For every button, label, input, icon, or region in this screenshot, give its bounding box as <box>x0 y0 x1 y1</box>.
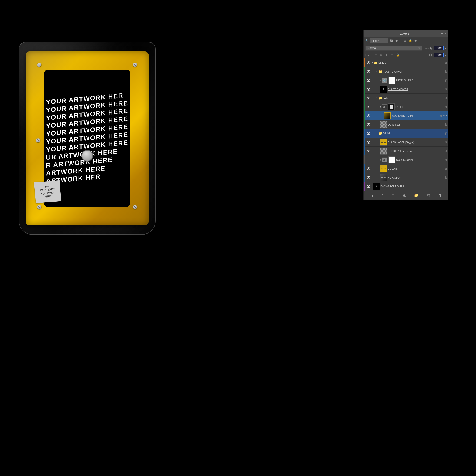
eye-no-color[interactable] <box>366 175 371 180</box>
thumb-outlines: ⊡ <box>380 121 387 128</box>
layer-row-color[interactable]: CLR COLOR ⛓ <box>363 164 448 173</box>
eye-color-adj[interactable] <box>366 157 371 162</box>
eye-label-group[interactable] <box>366 96 371 101</box>
eye-outlines[interactable] <box>366 122 371 127</box>
fill-input[interactable]: 100% <box>434 53 444 57</box>
adjustment-icon[interactable]: ◉ <box>402 192 407 198</box>
layer-name-label-layer: LABEL <box>395 105 444 108</box>
expand-drive[interactable]: ▾ <box>372 61 373 64</box>
link-black-label: ⛓ <box>444 141 447 144</box>
filter-row: 🔍 Kind ▾ 🖼 ◐ T ⊞ 🔒 ◉ <box>363 37 448 44</box>
add-mask-icon[interactable]: ◻ <box>391 192 396 198</box>
pixel-filter-icon[interactable]: 🖼 <box>390 39 394 43</box>
smart-filter-icon[interactable]: 🔒 <box>408 39 413 43</box>
layer-name-levels: LEVELS...Edit] <box>396 79 444 82</box>
thumb-black-label: HDD <box>380 139 387 146</box>
layer-row-label-group[interactable]: ▾ 📁 LABEL ⛓ <box>363 94 448 102</box>
eye-background[interactable] <box>366 184 371 189</box>
eye-sticker[interactable] <box>366 149 371 154</box>
blend-mode-dropdown[interactable]: Normal ▾ <box>365 46 422 51</box>
eye-icon-label-group <box>367 97 371 100</box>
lock-artboard-btn[interactable]: ⊞ <box>390 53 394 57</box>
layer-row-sticker[interactable]: S STICKER [Edit/Toggle] ⛓ <box>363 147 448 155</box>
link-layers-icon[interactable]: ⛓ <box>369 193 375 198</box>
eye-your-art[interactable] <box>366 113 371 118</box>
toggle-filter-icon[interactable]: ◉ <box>414 39 417 43</box>
layers-list: ▾ 📁 DRIVE ⛓ ▾ 📁 PLASTIC COVER ⛓ ♪ <box>363 58 448 191</box>
close-button[interactable]: ✕ <box>366 32 368 35</box>
filter-icons: 🖼 ◐ T ⊞ 🔒 ◉ <box>390 39 417 43</box>
thumb-background: 🖥 <box>373 183 380 190</box>
color-adj-accent <box>364 155 365 164</box>
thumb-plastic-cover: 🖥 <box>380 86 387 93</box>
eye-levels[interactable] <box>366 78 371 83</box>
fx-icon[interactable]: fx <box>380 193 385 198</box>
eye-drive-group[interactable] <box>366 60 371 65</box>
expand-plastic-cover[interactable]: ▾ <box>376 70 377 73</box>
outlines-accent <box>364 120 365 129</box>
music-icon-color-adj: ♪ <box>380 158 381 161</box>
mask-color-adj: ⛓ <box>382 157 387 162</box>
thumb-levels <box>388 77 395 84</box>
eye-drive2[interactable] <box>366 131 371 136</box>
layer-row-label-layer[interactable]: ▾ ⛓ ⬜ LABEL ⛓ <box>363 102 448 111</box>
layer-row-no-color[interactable]: HDD NO COLOR ⛓ <box>363 173 448 182</box>
layer-row-color-adj[interactable]: ♪ ⛓ COLOR...ggle] ⛓ <box>363 155 448 164</box>
expand-label-layer[interactable]: ▾ <box>380 105 381 108</box>
layer-row-background[interactable]: 🖥 BACKGROUND [Edit] <box>363 182 448 191</box>
shape-filter-icon[interactable]: ⊞ <box>403 39 407 43</box>
eye-icon-label-layer <box>367 105 371 108</box>
layer-row-black-label[interactable]: HDD BLACK LABEL [Toggle] ⛓ <box>363 138 448 147</box>
background-accent <box>364 182 365 191</box>
artwork-canvas: YOUR ARTWORK HER YOUR ARTWORK HERE YOUR … <box>18 42 156 235</box>
blend-opacity-row: Normal ▾ Opacity: 100% ▾ <box>363 44 448 52</box>
delete-layer-icon[interactable]: 🗑 <box>437 193 443 198</box>
layer-name-background: BACKGROUND [Edit] <box>380 185 447 188</box>
expand-drive2[interactable]: ▾ <box>376 132 377 135</box>
layer-row-levels-edit[interactable]: ♪ 🔗 LEVELS...Edit] ⛓ <box>363 76 448 85</box>
chain-label: ⛓ <box>382 104 387 109</box>
text-filter-icon[interactable]: T <box>399 39 402 43</box>
new-group-icon[interactable]: 📁 <box>413 192 420 198</box>
kind-filter-dropdown[interactable]: Kind ▾ <box>370 38 388 43</box>
eye-icon-drive2 <box>367 132 371 135</box>
sticker-line-3: HERE <box>44 195 52 199</box>
opacity-dropdown-arrow[interactable]: ▾ <box>445 47 446 50</box>
lock-move-btn[interactable]: ✛ <box>384 53 389 57</box>
mask-color-adj-icon: ⛓ <box>383 158 386 162</box>
lock-label: Lock: <box>365 54 371 56</box>
fill-label: Fill: <box>429 54 433 56</box>
thumb-your-art <box>384 112 391 119</box>
expand-your-art[interactable]: ▾ <box>446 114 447 117</box>
layer-row-plastic-cover-group[interactable]: ▾ 📁 PLASTIC COVER ⛓ <box>363 67 448 76</box>
layer-row-your-art[interactable]: YOUR ART... [Edit] ⛓ fx ▾ <box>363 111 448 120</box>
eye-plastic-cover-layer[interactable] <box>366 87 371 92</box>
layer-row-plastic-cover-layer[interactable]: 🖥 PLASTIC COVER ⛓ <box>363 85 448 94</box>
eye-black-label[interactable] <box>366 140 371 145</box>
expand-label[interactable]: ▾ <box>376 97 377 99</box>
panel-menu-icon[interactable]: ≡ <box>441 32 443 35</box>
label-layer-accent <box>364 102 365 111</box>
label-thumb-mask-icon: ⬜ <box>389 105 393 109</box>
lock-all-btn[interactable]: 🔒 <box>395 53 400 57</box>
opacity-input[interactable]: 100% <box>434 46 444 50</box>
layer-row-drive-group[interactable]: ▾ 📁 DRIVE ⛓ <box>363 58 448 67</box>
eye-plastic-cover-group[interactable] <box>366 69 371 74</box>
link-drive: ⛓ <box>444 61 447 64</box>
new-layer-icon[interactable]: ◱ <box>425 192 431 198</box>
collapse-icon[interactable]: » <box>445 32 445 35</box>
lock-icons: ⊡ ✏ ✛ ⊞ 🔒 <box>374 53 400 57</box>
lock-paint-btn[interactable]: ✏ <box>379 53 383 57</box>
adjustment-filter-icon[interactable]: ◐ <box>395 39 398 43</box>
layer-name-no-color: NO COLOR <box>388 176 444 179</box>
eye-label-layer[interactable] <box>366 104 371 109</box>
eye-color[interactable] <box>366 166 371 171</box>
fill-group: Fill: 100% ▾ <box>429 53 446 57</box>
fill-dropdown-arrow[interactable]: ▾ <box>445 54 446 57</box>
spindle-motor <box>81 150 93 162</box>
layer-row-drive-group2[interactable]: ▾ 📁 DRIVE ⛓ <box>363 129 448 138</box>
lock-transparent-btn[interactable]: ⊡ <box>374 53 378 57</box>
layer-row-outlines[interactable]: ⊡ OUTLINES ⛓ <box>363 120 448 129</box>
kind-filter-label: Kind <box>371 39 376 42</box>
thumb-no-color: HDD <box>380 174 387 181</box>
